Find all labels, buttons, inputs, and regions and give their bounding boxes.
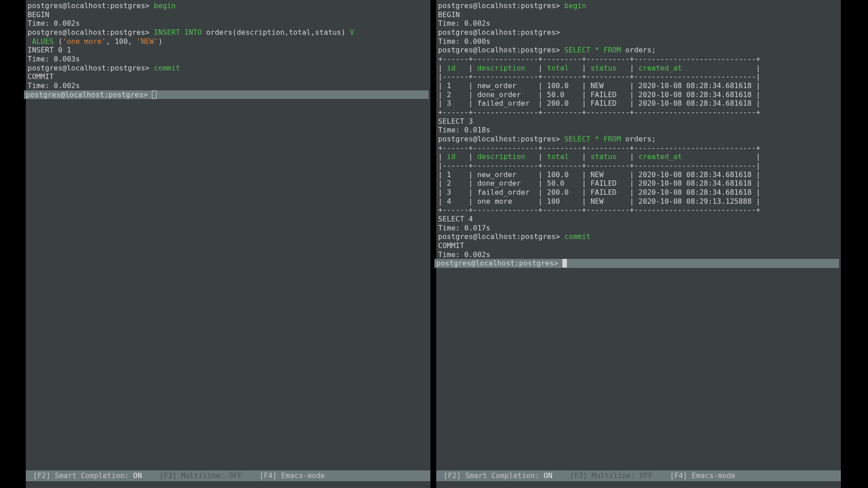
- table-row: | 2 | done_order | 50.0 | FAILED | 2020-…: [436, 90, 841, 99]
- table-row: | 4 | one more | 100 | NEW | 2020-10-08 …: [436, 197, 841, 206]
- prompt-text: postgres@localhost:postgres>: [26, 90, 152, 99]
- terminal-line: postgres@localhost:postgres>: [436, 28, 841, 37]
- table-header: | id | description | total | status | cr…: [436, 152, 841, 161]
- cursor-icon: [152, 90, 156, 99]
- terminal-line: Time: 0.002s: [436, 19, 841, 28]
- terminal-line: Time: 0.002s: [26, 81, 430, 90]
- active-prompt-left[interactable]: postgres@localhost:postgres>: [24, 90, 429, 99]
- terminal-line: postgres@localhost:postgres> SELECT * FR…: [436, 46, 841, 55]
- cursor-icon: [562, 259, 567, 267]
- terminal-line: postgres@localhost:postgres> INSERT INTO…: [26, 28, 430, 37]
- pane-divider[interactable]: [430, 0, 436, 488]
- table-border: +------+---------------+---------+------…: [436, 55, 841, 64]
- terminal-line: Time: 0.002s: [436, 250, 841, 259]
- status-bar-left: [F2] Smart Completion: ON [F3] Multiline…: [26, 470, 430, 481]
- terminal-line: ALUES ('one more', 100, 'NEW'): [26, 37, 430, 46]
- status-bar-right: [F2] Smart Completion: ON [F3] Multiline…: [436, 470, 841, 481]
- table-border: +------+---------------+---------+------…: [436, 108, 841, 117]
- timing: Time: 0.017s: [436, 224, 841, 233]
- active-prompt-right[interactable]: postgres@localhost:postgres>: [434, 259, 839, 268]
- terminal-line: Time: 0.003s: [26, 55, 430, 64]
- terminal-pane-right[interactable]: postgres@localhost:postgres> beginBEGINT…: [436, 0, 841, 488]
- table-header: | id | description | total | status | cr…: [436, 64, 841, 73]
- terminal-pane-left[interactable]: postgres@localhost:postgres> beginBEGINT…: [26, 0, 430, 488]
- terminal-line: postgres@localhost:postgres> begin: [436, 1, 841, 10]
- terminal-line: Time: 0.000s: [436, 37, 841, 46]
- terminal-line: postgres@localhost:postgres> SELECT * FR…: [436, 135, 841, 144]
- prompt-text: postgres@localhost:postgres>: [436, 259, 562, 267]
- terminal-line: COMMIT: [26, 72, 430, 81]
- terminal-line: COMMIT: [436, 241, 841, 250]
- terminal-line: postgres@localhost:postgres> commit: [26, 64, 430, 73]
- f2-key[interactable]: [F2]: [33, 471, 51, 480]
- result-count: SELECT 3: [436, 117, 841, 126]
- f3-key[interactable]: [F3]: [570, 471, 587, 480]
- table-row: | 3 | failed_order | 200.0 | FAILED | 20…: [436, 99, 841, 108]
- terminal-line: Time: 0.002s: [26, 19, 430, 28]
- table-row: | 1 | new_order | 100.0 | NEW | 2020-10-…: [436, 170, 841, 179]
- table-border: +------+---------------+---------+------…: [436, 144, 841, 153]
- terminal-line: BEGIN: [436, 10, 841, 19]
- table-border: +------+---------------+---------+------…: [436, 206, 841, 215]
- table-border: |------+---------------+---------+------…: [436, 72, 841, 81]
- f2-key[interactable]: [F2]: [443, 471, 461, 480]
- terminal-line: postgres@localhost:postgres> begin: [26, 1, 430, 10]
- timing: Time: 0.018s: [436, 126, 841, 135]
- f4-key[interactable]: [F4]: [259, 471, 277, 480]
- f3-key[interactable]: [F3]: [159, 471, 177, 480]
- terminal-line: INSERT 0 1: [26, 46, 430, 55]
- table-row: | 2 | done_order | 50.0 | FAILED | 2020-…: [436, 179, 841, 188]
- table-row: | 3 | failed_order | 200.0 | FAILED | 20…: [436, 188, 841, 197]
- table-row: | 1 | new_order | 100.0 | NEW | 2020-10-…: [436, 81, 841, 90]
- terminal-line: BEGIN: [26, 10, 430, 19]
- terminal-line: postgres@localhost:postgres> commit: [436, 232, 841, 241]
- table-border: |------+---------------+---------+------…: [436, 161, 841, 170]
- f4-key[interactable]: [F4]: [670, 471, 688, 480]
- result-count: SELECT 4: [436, 215, 841, 224]
